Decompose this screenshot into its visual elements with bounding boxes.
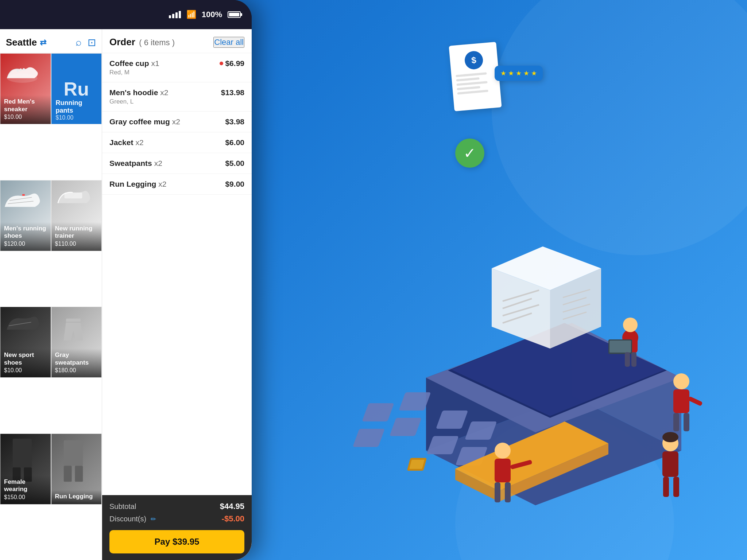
svg-rect-48: [662, 451, 678, 477]
svg-point-55: [23, 68, 25, 71]
order-item-qty: x2: [135, 138, 143, 147]
product-card[interactable]: Female wearing $150.00: [0, 433, 51, 505]
dollar-icon: $: [464, 50, 484, 70]
product-card[interactable]: Gray sweatpants $180.00: [51, 307, 102, 378]
product-price: $120.00: [4, 241, 47, 247]
product-info: Men's running shoes $120.00: [0, 222, 51, 251]
svg-rect-65: [75, 466, 83, 482]
product-card[interactable]: New sport shoes $10.00: [0, 307, 51, 378]
product-info: Gray sweatpants $180.00: [51, 349, 102, 377]
subtotal-value: $44.95: [220, 502, 244, 511]
location-arrow-icon: ⇄: [40, 38, 46, 47]
svg-rect-56: [22, 194, 25, 195]
layout-icon[interactable]: ⊡: [88, 36, 96, 48]
product-card[interactable]: Ru Running pants $10.00: [51, 53, 102, 124]
product-price: $10.00: [56, 114, 97, 121]
order-item-variant: Green, L: [109, 98, 221, 105]
svg-rect-8: [353, 429, 385, 447]
svg-rect-63: [63, 440, 83, 466]
order-item-name: Men's hoodie x2: [109, 88, 221, 97]
wifi-icon: 📶: [186, 10, 196, 19]
subtotal-row: Subtotal $44.95: [109, 502, 244, 511]
tablet-screen: Seattle ⇄ ⌕ ⊡ Red Men's sneaker $10.00: [0, 29, 252, 560]
product-name: Run Legging: [55, 493, 98, 500]
receipt-line: [457, 81, 488, 86]
svg-rect-45: [505, 482, 511, 502]
product-name: Female wearing: [4, 478, 47, 493]
order-item-qty: x2: [160, 88, 168, 97]
order-item-name: Coffee cup x1: [109, 59, 220, 68]
order-item-info: Jacket x2: [109, 138, 225, 147]
order-item-price: $6.99: [220, 59, 244, 68]
signal-icon: [169, 11, 181, 18]
order-item-name: Sweatpants x2: [109, 159, 225, 168]
svg-rect-50: [673, 477, 679, 497]
svg-rect-41: [688, 396, 703, 407]
order-item: Sweatpants x2 $5.00: [102, 153, 252, 174]
product-price: $180.00: [55, 367, 98, 374]
product-name: New running trainer: [55, 225, 98, 240]
product-price: $110.00: [55, 241, 98, 247]
svg-point-37: [673, 373, 689, 389]
order-item-info: Men's hoodie x2 Green, L: [109, 88, 221, 105]
order-item-name: Run Legging x2: [109, 180, 225, 188]
battery-fill: [229, 13, 239, 16]
order-item-name: Jacket x2: [109, 138, 225, 147]
svg-rect-40: [684, 413, 689, 431]
edit-discount-icon[interactable]: ✏: [151, 516, 156, 523]
product-card[interactable]: Red Men's sneaker $10.00: [0, 53, 51, 124]
order-item-price: $6.00: [225, 138, 244, 147]
order-item-variant: Red, M: [109, 69, 220, 76]
clear-all-button[interactable]: Clear all: [213, 37, 244, 48]
star-icon: ★: [508, 69, 514, 77]
search-icon[interactable]: ⌕: [76, 36, 82, 48]
signal-bar-2: [172, 14, 174, 18]
pay-button[interactable]: Pay $39.95: [109, 530, 244, 553]
receipt-line: [456, 72, 487, 77]
product-card[interactable]: Men's running shoes $120.00: [0, 180, 51, 251]
tablet-device: 📶 100% Seattle ⇄ ⌕ ⊡: [0, 0, 252, 560]
check-decoration: ✓: [455, 139, 484, 168]
order-item-qty: x2: [158, 180, 166, 188]
order-item: Coffee cup x1 Red, M $6.99: [102, 53, 252, 82]
status-bar: 📶 100%: [0, 0, 252, 29]
svg-rect-49: [663, 477, 669, 497]
svg-point-31: [623, 318, 638, 332]
location-label: Seattle ⇄: [6, 37, 46, 48]
order-item-qty: x1: [151, 59, 159, 68]
product-info: Female wearing $150.00: [0, 475, 51, 504]
receipt-line: [456, 77, 479, 82]
product-info: Run Legging: [51, 490, 102, 504]
svg-rect-64: [63, 466, 71, 482]
star-icon: ★: [500, 69, 506, 77]
order-item-info: Run Legging x2: [109, 180, 225, 188]
order-item-price: $5.00: [225, 159, 244, 168]
svg-point-53: [16, 69, 19, 72]
product-info: Red Men's sneaker $10.00: [0, 95, 51, 124]
order-title-container: Order ( 6 items ): [109, 36, 175, 48]
product-price: $10.00: [4, 114, 47, 120]
product-card[interactable]: New running trainer $110.00: [51, 180, 102, 251]
order-count: ( 6 items ): [139, 38, 175, 47]
product-grid: Red Men's sneaker $10.00: [0, 53, 102, 560]
product-name: New sport shoes: [4, 351, 47, 366]
svg-rect-35: [625, 352, 630, 367]
product-name: Gray sweatpants: [55, 351, 98, 366]
battery-icon: [228, 11, 241, 18]
receipt-line: [457, 90, 488, 94]
right-panel: Order ( 6 items ) Clear all Coffee cup x…: [102, 29, 252, 560]
discount-row: Discount(s) ✏ -$5.00: [109, 514, 244, 524]
star-icon: ★: [516, 69, 522, 77]
svg-rect-43: [495, 459, 511, 482]
price-indicator: [220, 62, 223, 65]
svg-rect-29: [409, 460, 425, 469]
battery-percent: 100%: [202, 10, 222, 19]
product-card[interactable]: Run Legging: [51, 433, 102, 505]
signal-bar-1: [169, 15, 171, 18]
order-item-name: Gray coffee mug x2: [109, 117, 225, 126]
order-item-price: $3.98: [225, 117, 244, 126]
svg-point-54: [20, 69, 22, 71]
order-item-qty: x2: [172, 117, 180, 126]
location-text: Seattle: [6, 37, 37, 48]
order-title: Order: [109, 36, 135, 47]
